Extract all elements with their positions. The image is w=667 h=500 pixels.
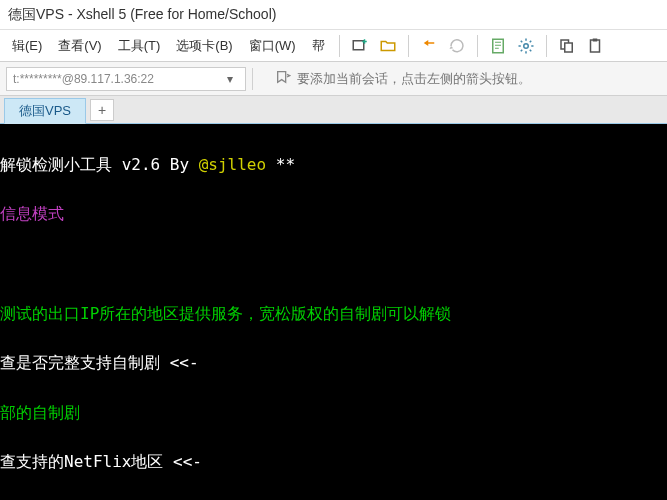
term-author: @sjlleo	[199, 155, 266, 174]
menu-bar: 辑(E) 查看(V) 工具(T) 选项卡(B) 窗口(W) 帮	[0, 30, 667, 62]
window-title: 德国VPS - Xshell 5 (Free for Home/School)	[8, 6, 276, 24]
term-text: 查是否完整支持自制剧 <<-	[0, 353, 199, 372]
term-text: 解锁检测小工具 v2.6 By	[0, 155, 199, 174]
menu-tools[interactable]: 工具(T)	[110, 33, 169, 59]
toolbar-separator	[477, 35, 478, 57]
copy-icon[interactable]	[554, 33, 580, 59]
svg-point-2	[523, 43, 528, 48]
session-tab-label: 德国VPS	[19, 102, 71, 120]
new-session-icon[interactable]	[347, 33, 373, 59]
term-info: 部的自制剧	[0, 403, 80, 422]
menu-edit[interactable]: 辑(E)	[4, 33, 50, 59]
address-value: t:*********@89.117.1.36:22	[13, 72, 154, 86]
toolbar-separator	[546, 35, 547, 57]
address-bar: t:*********@89.117.1.36:22 ▾ 要添加当前会话，点击左…	[0, 62, 667, 96]
terminal-output[interactable]: 解锁检测小工具 v2.6 By @sjlleo ** 信息模式 测试的出口IP所…	[0, 124, 667, 500]
toolbar-separator	[408, 35, 409, 57]
svg-rect-6	[592, 38, 597, 41]
bookmark-icon	[275, 69, 291, 88]
paste-icon[interactable]	[582, 33, 608, 59]
term-mode: 信息模式	[0, 204, 64, 223]
term-info: 测试的出口IP所在的地区提供服务，宽松版权的自制剧可以解锁	[0, 304, 451, 323]
plus-icon: +	[98, 102, 106, 118]
tab-add-button[interactable]: +	[90, 99, 114, 121]
address-hint-text: 要添加当前会话，点击左侧的箭头按钮。	[297, 70, 531, 88]
svg-rect-0	[353, 40, 364, 49]
toolbar-separator	[339, 35, 340, 57]
menu-help-truncated[interactable]: 帮	[304, 33, 333, 59]
session-tab-active[interactable]: 德国VPS	[4, 98, 86, 124]
svg-rect-1	[492, 39, 503, 53]
toolbar-separator	[252, 68, 253, 90]
session-tab-bar: 德国VPS +	[0, 96, 667, 124]
address-hint: 要添加当前会话，点击左侧的箭头按钮。	[275, 69, 531, 88]
term-text: **	[266, 155, 295, 174]
menu-options[interactable]: 选项卡(B)	[168, 33, 240, 59]
svg-rect-4	[564, 43, 572, 52]
address-dropdown-icon[interactable]: ▾	[221, 72, 239, 86]
properties-icon[interactable]	[485, 33, 511, 59]
address-input[interactable]: t:*********@89.117.1.36:22 ▾	[6, 67, 246, 91]
settings-icon[interactable]	[513, 33, 539, 59]
term-text: 查支持的NetFlix地区 <<-	[0, 452, 202, 471]
menu-window[interactable]: 窗口(W)	[241, 33, 304, 59]
svg-rect-5	[590, 40, 599, 52]
reconnect-icon[interactable]	[416, 33, 442, 59]
disconnect-icon[interactable]	[444, 33, 470, 59]
open-icon[interactable]	[375, 33, 401, 59]
menu-view[interactable]: 查看(V)	[50, 33, 109, 59]
window-titlebar: 德国VPS - Xshell 5 (Free for Home/School)	[0, 0, 667, 30]
